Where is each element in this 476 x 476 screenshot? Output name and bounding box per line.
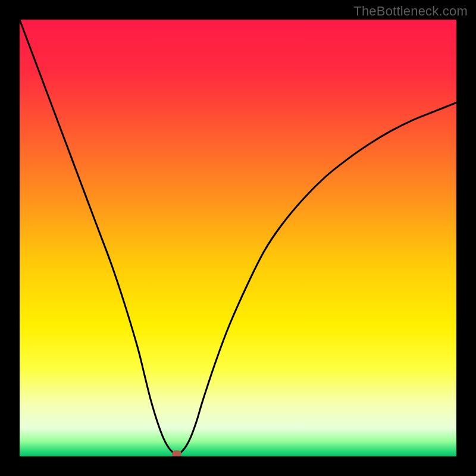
- chart-frame: TheBottleneck.com: [0, 0, 476, 476]
- svg-rect-0: [20, 20, 456, 456]
- plot-area: [20, 20, 456, 456]
- background-gradient: [20, 20, 456, 456]
- optimum-marker: [172, 450, 181, 456]
- watermark-text: TheBottleneck.com: [353, 4, 468, 19]
